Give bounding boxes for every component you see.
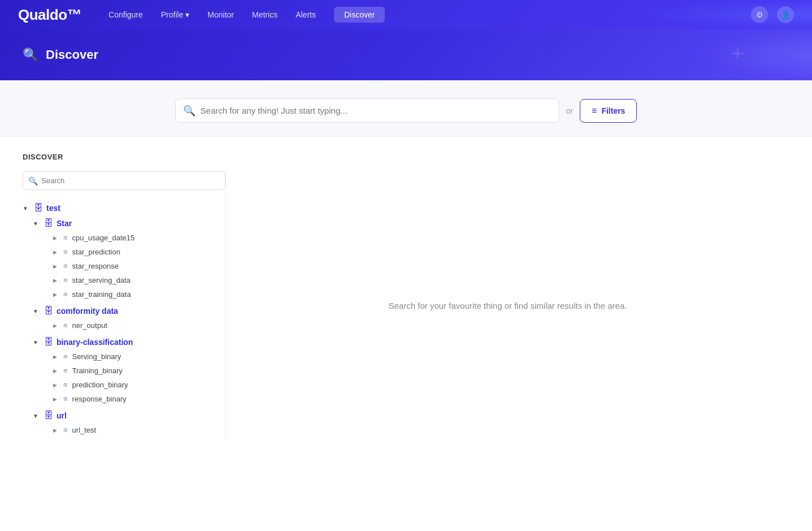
tree-item-chevron-resp-bin: ▶ — [53, 396, 59, 402]
tree-item-label-star-serv: star_serving_data — [72, 276, 131, 284]
tree-sub-label-binary: binary-classification — [57, 338, 133, 347]
tree-chevron-comformity: ▼ — [33, 308, 41, 314]
nav-icon-2[interactable]: 👤 — [777, 6, 794, 23]
tree-item-cpu-usage[interactable]: ▶ ≡ cpu_usage_date15 — [53, 231, 225, 245]
main-search-icon: 🔍 — [183, 105, 196, 117]
nav-discover[interactable]: Discover — [334, 7, 385, 23]
tree-item-label-star-pred: star_prediction — [72, 248, 120, 256]
discover-header: 🔍 Discover — [0, 29, 812, 80]
tree-db-icon-url: 🗄 — [44, 411, 53, 421]
tree-item-label-cpu: cpu_usage_date15 — [72, 234, 135, 242]
sidebar-tree: 🔍 ▼ 🗄 test — [23, 171, 226, 441]
tree-sub-header-binary[interactable]: ▼ 🗄 binary-classification — [33, 335, 225, 349]
discover-title: Discover — [46, 48, 98, 62]
tree-db-icon-star: 🗄 — [44, 218, 53, 228]
tree-items-binary: ▶ ≡ Serving_binary ▶ ≡ Training_binary — [53, 349, 225, 406]
nav-links: Configure Profile ▾ Monitor Metrics Aler… — [108, 7, 385, 23]
tree-items-star: ▶ ≡ cpu_usage_date15 ▶ ≡ star_prediction — [53, 231, 225, 301]
tree-chevron-test: ▼ — [23, 205, 31, 211]
tree-item-stack-star-serv: ≡ — [63, 276, 68, 284]
tree-item-stack-url-test: ≡ — [63, 426, 68, 434]
discover-section: DISCOVER 🔍 ▼ 🗄 test — [0, 137, 812, 456]
tree-item-stack-star-train: ≡ — [63, 290, 68, 299]
tree-item-label-star-resp: star_response — [72, 262, 119, 270]
tree-item-chevron-serv-bin: ▶ — [53, 354, 59, 360]
search-area: 🔍 or ≡ Filters — [0, 80, 812, 137]
tree-item-chevron-cpu: ▶ — [53, 235, 59, 241]
tree-item-stack-ner: ≡ — [63, 321, 68, 330]
tree-items-url: ▶ ≡ url_test — [53, 423, 225, 437]
tree-chevron-star: ▼ — [33, 221, 41, 227]
sidebar-search-input[interactable] — [23, 171, 225, 190]
sidebar-search-wrapper: 🔍 — [23, 171, 225, 190]
tree-item-chevron-star-serv: ▶ — [53, 278, 59, 283]
tree-sub-group-url: ▼ 🗄 url ▶ ≡ url_test — [33, 408, 225, 437]
tree-item-chevron-pred-bin: ▶ — [53, 382, 59, 388]
tree-item-stack-pred-bin: ≡ — [63, 381, 68, 389]
tree-chevron-binary: ▼ — [33, 339, 41, 346]
discover-search-icon: 🔍 — [23, 48, 38, 62]
tree-item-stack-serv-bin: ≡ — [63, 352, 68, 361]
tree-item-label-serv-bin: Serving_binary — [72, 352, 121, 361]
tree-items-comformity: ▶ ≡ ner_output — [53, 318, 225, 333]
tree-sub-header-comformity[interactable]: ▼ 🗄 comformity data — [33, 304, 225, 318]
tree-item-response-binary[interactable]: ▶ ≡ response_binary — [53, 392, 225, 406]
logo: Qualdo™ — [18, 6, 81, 24]
nav-icon-1[interactable]: ⚙ — [751, 6, 768, 23]
tree-item-star-response[interactable]: ▶ ≡ star_response — [53, 259, 225, 273]
tree-sub-group-comformity: ▼ 🗄 comformity data ▶ ≡ ner_output — [33, 304, 225, 333]
nav-profile[interactable]: Profile ▾ — [161, 10, 190, 19]
tree-sub-header-star[interactable]: ▼ 🗄 Star — [33, 216, 225, 231]
tree-root: ▼ 🗄 test ▼ 🗄 Star — [23, 200, 225, 437]
right-panel: Search for your favourite thing or find … — [226, 171, 789, 441]
tree-item-stack-cpu: ≡ — [63, 234, 68, 242]
filters-icon: ≡ — [592, 106, 597, 116]
tree-item-prediction-binary[interactable]: ▶ ≡ prediction_binary — [53, 378, 225, 392]
nav-icons: ⚙ 👤 — [751, 6, 794, 23]
tree-item-stack-train-bin: ≡ — [63, 366, 68, 375]
empty-state-message: Search for your favourite thing or find … — [389, 299, 627, 313]
nav-alerts[interactable]: Alerts — [296, 10, 316, 19]
tree-db-icon-comformity: 🗄 — [44, 306, 53, 316]
tree-item-ner-output[interactable]: ▶ ≡ ner_output — [53, 318, 225, 333]
nav-monitor[interactable]: Monitor — [207, 10, 234, 19]
tree-item-stack-resp-bin: ≡ — [63, 395, 68, 403]
tree-item-chevron-star-train: ▶ — [53, 292, 59, 297]
navbar: Qualdo™ Configure Profile ▾ Monitor Metr… — [0, 0, 812, 29]
search-bar-wrapper: 🔍 — [175, 98, 559, 123]
sidebar-search-icon: 🔍 — [28, 176, 38, 185]
tree-group-test: ▼ 🗄 test ▼ 🗄 Star — [23, 200, 225, 437]
tree-db-icon-binary: 🗄 — [44, 337, 53, 347]
two-col-layout: 🔍 ▼ 🗄 test — [23, 171, 789, 441]
tree-group-test-header[interactable]: ▼ 🗄 test — [23, 200, 225, 216]
tree-item-chevron-star-pred: ▶ — [53, 249, 59, 255]
filters-label: Filters — [601, 106, 625, 115]
tree-item-serving-binary[interactable]: ▶ ≡ Serving_binary — [53, 349, 225, 364]
tree-item-label-resp-bin: response_binary — [72, 395, 127, 403]
tree-item-stack-star-pred: ≡ — [63, 248, 68, 256]
tree-sub-test: ▼ 🗄 Star ▶ ≡ cpu_usage_date15 — [33, 216, 225, 437]
tree-sub-header-url[interactable]: ▼ 🗄 url — [33, 408, 225, 423]
tree-sub-group-star: ▼ 🗄 Star ▶ ≡ cpu_usage_date15 — [33, 216, 225, 301]
tree-item-label-url-test: url_test — [72, 426, 97, 434]
tree-item-url-test[interactable]: ▶ ≡ url_test — [53, 423, 225, 437]
nav-configure[interactable]: Configure — [108, 10, 143, 19]
filters-button[interactable]: ≡ Filters — [580, 99, 637, 123]
tree-sub-label-star: Star — [57, 219, 72, 228]
or-label: or — [566, 106, 573, 115]
main-search-input[interactable] — [175, 98, 559, 123]
tree-sub-label-url: url — [57, 411, 67, 420]
tree-item-label-star-train: star_training_data — [72, 290, 131, 299]
nav-metrics[interactable]: Metrics — [252, 10, 277, 19]
tree-item-star-prediction[interactable]: ▶ ≡ star_prediction — [53, 245, 225, 259]
tree-item-label-train-bin: Training_binary — [72, 366, 123, 375]
tree-db-icon-test: 🗄 — [34, 203, 43, 213]
tree-item-training-binary[interactable]: ▶ ≡ Training_binary — [53, 364, 225, 378]
main-content: 🔍 or ≡ Filters DISCOVER 🔍 — [0, 80, 812, 531]
tree-item-star-serving[interactable]: ▶ ≡ star_serving_data — [53, 273, 225, 287]
tree-item-chevron-star-resp: ▶ — [53, 264, 59, 269]
tree-item-star-training[interactable]: ▶ ≡ star_training_data — [53, 287, 225, 301]
tree-item-chevron-ner: ▶ — [53, 323, 59, 329]
tree-item-chevron-train-bin: ▶ — [53, 368, 59, 374]
tree-group-test-label: test — [46, 204, 60, 213]
